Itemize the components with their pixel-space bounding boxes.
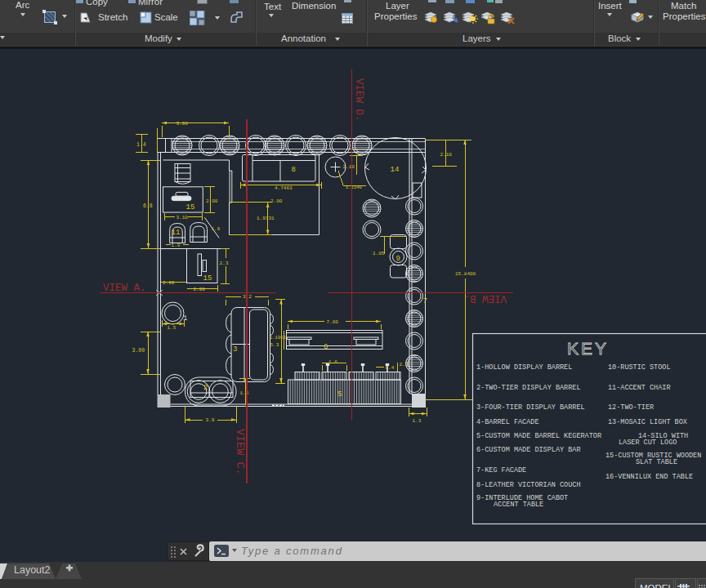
svg-text:1-HOLLOW DISPLAY BARREL: 1-HOLLOW DISPLAY BARREL (476, 363, 572, 372)
svg-text:14: 14 (391, 166, 400, 174)
svg-text:4-BARREL FACADE: 4-BARREL FACADE (476, 418, 539, 426)
svg-text:2.00: 2.00 (194, 287, 206, 292)
svg-text:15: 15 (203, 274, 212, 283)
svg-text:3-FOUR-TIER DISPLAY BARREL: 3-FOUR-TIER DISPLAY BARREL (476, 403, 585, 412)
svg-text:1.6: 1.6 (212, 226, 221, 232)
svg-text:5-CUSTOM MADE BARREL KEGERATOR: 5-CUSTOM MADE BARREL KEGERATOR (476, 432, 601, 440)
svg-text:2.00: 2.00 (163, 280, 175, 286)
svg-text:6-CUSTOM MADE DISPLAY BAR: 6-CUSTOM MADE DISPLAY BAR (476, 446, 581, 454)
svg-text:15.8400: 15.8400 (455, 271, 476, 277)
svg-text:3.9: 3.9 (206, 417, 215, 423)
svg-text:5: 5 (337, 390, 342, 399)
svg-text:LASER CUT LOGO: LASER CUT LOGO (619, 439, 677, 447)
svg-text:7-KEG FACADE: 7-KEG FACADE (476, 466, 526, 474)
svg-text:2.10: 2.10 (343, 164, 355, 170)
svg-text:1.9731: 1.9731 (257, 216, 275, 221)
svg-text:7: 7 (423, 297, 427, 305)
svg-text:8: 8 (292, 166, 296, 174)
svg-text:3.10: 3.10 (176, 215, 189, 220)
svg-text:15: 15 (186, 203, 195, 212)
svg-text:2.10: 2.10 (440, 152, 453, 158)
svg-text:11: 11 (172, 229, 181, 237)
svg-text:3.00: 3.00 (132, 348, 145, 354)
svg-text:6.8: 6.8 (143, 203, 153, 209)
svg-text:3.2: 3.2 (243, 294, 252, 300)
svg-text:ACCENT TABLE: ACCENT TABLE (494, 501, 543, 509)
svg-text:5.3: 5.3 (270, 342, 279, 348)
svg-text:0.4: 0.4 (386, 365, 395, 371)
svg-text:1.3: 1.3 (413, 418, 422, 424)
svg-text:2.00: 2.00 (270, 198, 283, 204)
svg-text:8-LEATHER VICTORIAN COUCH: 8-LEATHER VICTORIAN COUCH (476, 481, 581, 489)
svg-text:6: 6 (324, 343, 328, 351)
svg-text:KEY: KEY (567, 339, 609, 358)
svg-text:12-TWO-TIER: 12-TWO-TIER (608, 403, 654, 412)
svg-text:1.0: 1.0 (172, 243, 181, 248)
svg-text:1.05: 1.05 (373, 251, 385, 256)
svg-text:1.1061: 1.1061 (270, 335, 287, 341)
svg-text:VIEW A.: VIEW A. (103, 283, 146, 294)
svg-text:2-TWO-TIER DISPLAY BARREL: 2-TWO-TIER DISPLAY BARREL (476, 384, 581, 392)
svg-text:VIEW D.: VIEW D. (353, 78, 364, 122)
svg-text:SLAT TABLE: SLAT TABLE (636, 458, 677, 466)
svg-text:1: 1 (183, 314, 187, 323)
svg-text:2: 2 (203, 384, 208, 392)
svg-text:VIEW B.: VIEW B. (463, 292, 507, 304)
svg-text:1.4: 1.4 (136, 142, 146, 148)
svg-text:7.00: 7.00 (327, 319, 339, 325)
svg-text:9: 9 (396, 255, 400, 263)
svg-text:3: 3 (233, 345, 237, 354)
svg-text:VIEW C.: VIEW C. (234, 429, 246, 475)
svg-text:1.5: 1.5 (168, 325, 176, 331)
svg-text:4.7463: 4.7463 (275, 185, 293, 191)
svg-text:1.1140: 1.1140 (346, 185, 362, 190)
svg-text:16-VENNILUX END TABLE: 16-VENNILUX END TABLE (605, 473, 693, 481)
svg-text:3.06: 3.06 (176, 121, 189, 127)
svg-text:1.5: 1.5 (240, 390, 249, 396)
svg-text:10-RUSTIC STOOL: 10-RUSTIC STOOL (608, 363, 671, 372)
svg-text:11-ACCENT CHAIR: 11-ACCENT CHAIR (608, 384, 671, 392)
svg-text:2.00: 2.00 (206, 198, 218, 204)
svg-text:1.6: 1.6 (328, 359, 337, 365)
svg-text:13-MOSAIC LIGHT BOX: 13-MOSAIC LIGHT BOX (608, 418, 687, 426)
svg-text:2.3: 2.3 (220, 261, 229, 266)
svg-text:2.3: 2.3 (400, 362, 409, 368)
